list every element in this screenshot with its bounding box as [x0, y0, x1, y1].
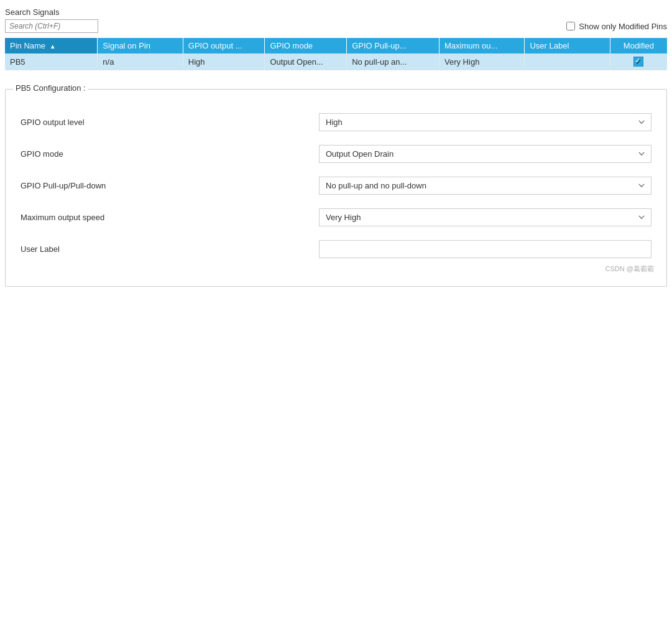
search-input[interactable] — [5, 19, 98, 33]
config-label-1: GPIO mode — [21, 149, 319, 159]
config-label-2: GPIO Pull-up/Pull-down — [21, 181, 319, 190]
table-row[interactable]: PB5n/aHighOutput Open...No pull-up an...… — [5, 53, 667, 70]
config-select-3[interactable]: LowMediumHighVery High — [319, 208, 651, 226]
table-header-row: Pin Name ▲ Signal on Pin GPIO output ...… — [5, 38, 667, 53]
col-label-max-output: Maximum ou... — [444, 41, 497, 50]
show-modified-row: Show only Modified Pins — [566, 22, 667, 31]
col-label-gpio-mode: GPIO mode — [270, 41, 313, 50]
config-input-4[interactable] — [319, 240, 651, 258]
cell-pin_name: PB5 — [5, 53, 98, 70]
cell-gpio_output: High — [183, 53, 265, 70]
col-header-pin-name[interactable]: Pin Name ▲ — [5, 38, 98, 53]
pins-table: Pin Name ▲ Signal on Pin GPIO output ...… — [5, 38, 667, 70]
config-select-0[interactable]: LowHigh — [319, 113, 651, 131]
config-label-0: GPIO output level — [21, 118, 319, 127]
config-select-2[interactable]: No pull-up and no pull-downPull-upPull-d… — [319, 177, 651, 195]
col-header-gpio-mode[interactable]: GPIO mode — [265, 38, 347, 53]
config-row-0: GPIO output levelLowHigh — [16, 113, 656, 131]
col-label-gpio-pull: GPIO Pull-up... — [352, 41, 406, 50]
config-section: PB5 Configuration : GPIO output levelLow… — [5, 89, 667, 287]
col-label-modified: Modified — [624, 41, 654, 50]
config-row-4: User Label — [16, 240, 656, 258]
config-row-1: GPIO modeOutput Push PullOutput Open Dra… — [16, 145, 656, 163]
show-modified-checkbox[interactable] — [566, 22, 575, 30]
col-header-user-label[interactable]: User Label — [525, 38, 610, 53]
cell-signal: n/a — [98, 53, 183, 70]
cell-gpio_mode: Output Open... — [265, 53, 347, 70]
search-section: Search Signals Show only Modified Pins — [5, 7, 667, 33]
config-row-2: GPIO Pull-up/Pull-downNo pull-up and no … — [16, 177, 656, 195]
sort-arrow-pin-name: ▲ — [50, 43, 56, 50]
table-header: Pin Name ▲ Signal on Pin GPIO output ...… — [5, 38, 667, 53]
col-label-signal: Signal on Pin — [103, 41, 150, 50]
search-row: Show only Modified Pins — [5, 19, 667, 33]
cell-user_label — [525, 53, 610, 70]
cell-max_output: Very High — [440, 53, 525, 70]
show-modified-label: Show only Modified Pins — [579, 22, 667, 31]
config-label-3: Maximum output speed — [21, 213, 319, 222]
cell-gpio_pull: No pull-up an... — [347, 53, 440, 70]
table-body: PB5n/aHighOutput Open...No pull-up an...… — [5, 53, 667, 70]
config-row-3: Maximum output speedLowMediumHighVery Hi… — [16, 208, 656, 226]
search-label: Search Signals — [5, 7, 667, 17]
watermark: CSDN @葛霸霸 — [16, 264, 656, 274]
col-header-modified[interactable]: Modified — [610, 38, 667, 53]
col-label-pin-name: Pin Name — [10, 41, 45, 50]
config-legend: PB5 Configuration : — [13, 83, 88, 93]
main-container: Search Signals Show only Modified Pins P… — [0, 0, 672, 292]
col-label-user-label: User Label — [530, 41, 569, 50]
col-header-max-output[interactable]: Maximum ou... — [440, 38, 525, 53]
config-select-1[interactable]: Output Push PullOutput Open Drain — [319, 145, 651, 163]
config-fields: GPIO output levelLowHighGPIO modeOutput … — [16, 113, 656, 258]
cell-modified: ✓ — [610, 53, 667, 70]
col-header-gpio-output[interactable]: GPIO output ... — [183, 38, 265, 53]
config-label-4: User Label — [21, 244, 319, 254]
col-header-gpio-pull[interactable]: GPIO Pull-up... — [347, 38, 440, 53]
col-header-signal[interactable]: Signal on Pin — [98, 38, 183, 53]
modified-checkbox: ✓ — [633, 57, 643, 67]
col-label-gpio-output: GPIO output ... — [188, 41, 242, 50]
